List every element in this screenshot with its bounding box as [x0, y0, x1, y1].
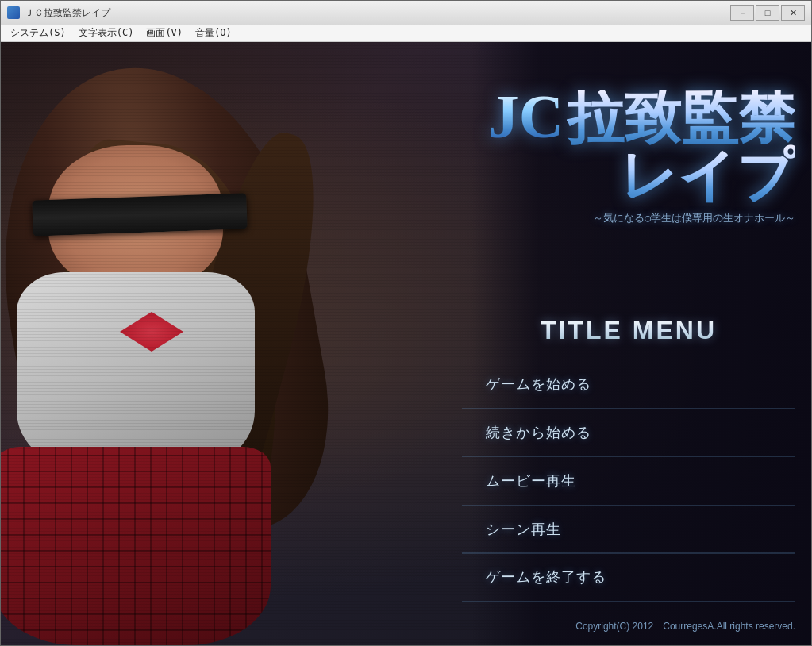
char-blindfold: [32, 193, 247, 236]
application-window: ＪＣ拉致監禁レイプ － □ ✕ システム(S) 文字表示(C) 画面(V) 音量…: [0, 0, 812, 646]
character-body: [1, 66, 528, 637]
char-skirt: [1, 447, 271, 645]
app-icon: [7, 6, 20, 19]
title-bar: ＪＣ拉致監禁レイプ － □ ✕: [1, 1, 811, 25]
menu-screen[interactable]: 画面(V): [140, 25, 189, 41]
logo-kana: レイプ: [619, 144, 795, 208]
maximize-button[interactable]: □: [756, 5, 779, 21]
menu-bar: システム(S) 文字表示(C) 画面(V) 音量(O): [1, 25, 811, 42]
title-menu-label: TITLE MENU: [462, 316, 795, 345]
logo-kanji: 拉致監禁: [567, 90, 795, 147]
menu-buttons: ゲームを始める 続きから始める ムービー再生 シーン再生: [462, 360, 795, 554]
logo-jc: JC: [488, 86, 564, 148]
window-controls: － □ ✕: [730, 5, 805, 21]
scene-button[interactable]: シーン再生: [462, 505, 795, 554]
menu-system[interactable]: システム(S): [4, 25, 72, 41]
char-shirt: [17, 272, 255, 471]
continue-button[interactable]: 続きから始める: [462, 408, 795, 456]
close-button[interactable]: ✕: [781, 5, 805, 21]
menu-volume[interactable]: 音量(O): [189, 25, 238, 41]
minimize-button[interactable]: －: [730, 5, 754, 21]
quit-button[interactable]: ゲームを終了する: [462, 552, 795, 602]
menu-text[interactable]: 文字表示(C): [72, 25, 140, 41]
logo-subtitle: ～気になる○学生は僕専用の生オナホール～: [462, 211, 795, 225]
copyright-text: Copyright(C) 2012 CourregesA.All rights …: [462, 620, 795, 633]
game-area: JC 拉致監禁 レイプ ～気になる○学生は僕専用の生オナホール～ TITLE M…: [1, 42, 811, 645]
title-logo: JC 拉致監禁 レイプ ～気になる○学生は僕専用の生オナホール～: [462, 86, 795, 225]
new-game-button[interactable]: ゲームを始める: [462, 360, 795, 408]
title-bar-left: ＪＣ拉致監禁レイプ: [7, 6, 110, 20]
movie-button[interactable]: ムービー再生: [462, 456, 795, 505]
window-title: ＪＣ拉致監禁レイプ: [25, 6, 110, 20]
character-area: [1, 42, 528, 645]
